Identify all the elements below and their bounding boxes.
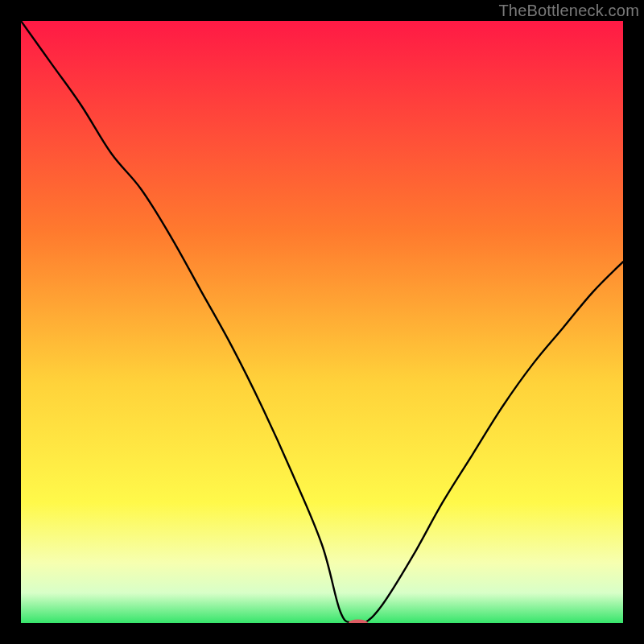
plot-border bbox=[21, 21, 623, 623]
app-frame: TheBottleneck.com bbox=[0, 0, 644, 644]
chart-background bbox=[21, 21, 623, 623]
watermark-text: TheBottleneck.com bbox=[498, 2, 639, 20]
bottleneck-chart bbox=[21, 21, 623, 623]
